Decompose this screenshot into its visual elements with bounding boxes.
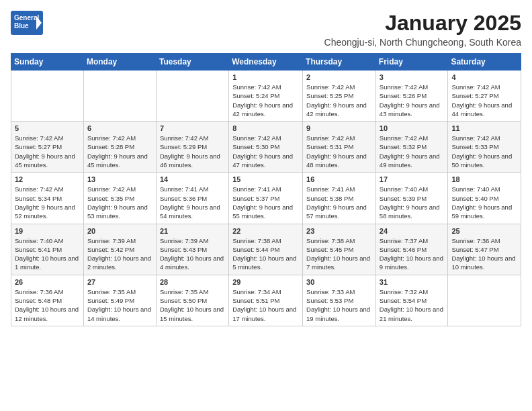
svg-text:Blue: Blue xyxy=(14,22,29,30)
calendar-cell: 8Sunrise: 7:42 AM Sunset: 5:30 PM Daylig… xyxy=(229,122,303,173)
calendar-cell: 9Sunrise: 7:42 AM Sunset: 5:31 PM Daylig… xyxy=(303,122,376,173)
day-number: 10 xyxy=(380,124,445,132)
calendar-cell: 12Sunrise: 7:42 AM Sunset: 5:34 PM Dayli… xyxy=(11,173,84,224)
calendar-cell: 31Sunrise: 7:32 AM Sunset: 5:54 PM Dayli… xyxy=(375,275,448,326)
calendar-cell: 27Sunrise: 7:35 AM Sunset: 5:49 PM Dayli… xyxy=(83,275,156,326)
day-info: Sunrise: 7:39 AM Sunset: 5:42 PM Dayligh… xyxy=(87,236,152,272)
day-info: Sunrise: 7:41 AM Sunset: 5:36 PM Dayligh… xyxy=(160,185,225,220)
day-info: Sunrise: 7:42 AM Sunset: 5:33 PM Dayligh… xyxy=(451,134,517,169)
day-info: Sunrise: 7:37 AM Sunset: 5:46 PM Dayligh… xyxy=(380,236,445,272)
column-header-friday: Friday xyxy=(375,54,448,71)
calendar-cell: 3Sunrise: 7:42 AM Sunset: 5:26 PM Daylig… xyxy=(375,71,448,122)
day-info: Sunrise: 7:39 AM Sunset: 5:43 PM Dayligh… xyxy=(160,236,225,272)
day-info: Sunrise: 7:41 AM Sunset: 5:38 PM Dayligh… xyxy=(306,185,372,220)
week-row-5: 26Sunrise: 7:36 AM Sunset: 5:48 PM Dayli… xyxy=(11,275,521,326)
day-number: 21 xyxy=(160,227,225,235)
day-info: Sunrise: 7:35 AM Sunset: 5:49 PM Dayligh… xyxy=(87,287,152,323)
calendar-cell: 7Sunrise: 7:42 AM Sunset: 5:29 PM Daylig… xyxy=(156,122,228,173)
day-number: 28 xyxy=(160,278,225,286)
day-number: 3 xyxy=(380,73,445,81)
day-number: 4 xyxy=(451,73,517,81)
calendar-cell: 6Sunrise: 7:42 AM Sunset: 5:28 PM Daylig… xyxy=(83,122,156,173)
day-number: 24 xyxy=(380,227,445,235)
day-info: Sunrise: 7:42 AM Sunset: 5:29 PM Dayligh… xyxy=(160,134,225,169)
day-info: Sunrise: 7:36 AM Sunset: 5:47 PM Dayligh… xyxy=(451,236,517,272)
column-header-wednesday: Wednesday xyxy=(229,54,303,71)
day-number: 8 xyxy=(232,124,299,132)
day-info: Sunrise: 7:42 AM Sunset: 5:26 PM Dayligh… xyxy=(380,83,445,118)
calendar-table: SundayMondayTuesdayWednesdayThursdayFrid… xyxy=(11,53,521,326)
calendar-cell: 23Sunrise: 7:38 AM Sunset: 5:45 PM Dayli… xyxy=(303,224,376,275)
day-info: Sunrise: 7:42 AM Sunset: 5:27 PM Dayligh… xyxy=(451,83,517,118)
day-number: 7 xyxy=(160,124,225,132)
day-number: 6 xyxy=(87,124,152,132)
calendar-cell xyxy=(83,71,156,122)
day-info: Sunrise: 7:33 AM Sunset: 5:53 PM Dayligh… xyxy=(306,287,372,323)
day-number: 17 xyxy=(380,175,445,183)
day-number: 5 xyxy=(15,124,80,132)
day-number: 18 xyxy=(451,175,517,183)
calendar-cell: 13Sunrise: 7:42 AM Sunset: 5:35 PM Dayli… xyxy=(83,173,156,224)
day-info: Sunrise: 7:40 AM Sunset: 5:39 PM Dayligh… xyxy=(380,185,445,220)
week-row-2: 5Sunrise: 7:42 AM Sunset: 5:27 PM Daylig… xyxy=(11,122,521,173)
day-info: Sunrise: 7:42 AM Sunset: 5:27 PM Dayligh… xyxy=(15,134,80,169)
day-number: 13 xyxy=(87,175,152,183)
day-info: Sunrise: 7:34 AM Sunset: 5:51 PM Dayligh… xyxy=(232,287,299,323)
svg-text:General: General xyxy=(14,14,39,21)
calendar-cell: 20Sunrise: 7:39 AM Sunset: 5:42 PM Dayli… xyxy=(83,224,156,275)
day-number: 25 xyxy=(451,227,517,235)
day-info: Sunrise: 7:40 AM Sunset: 5:41 PM Dayligh… xyxy=(15,236,80,272)
column-header-sunday: Sunday xyxy=(11,54,84,71)
calendar-cell: 16Sunrise: 7:41 AM Sunset: 5:38 PM Dayli… xyxy=(303,173,376,224)
day-number: 15 xyxy=(232,175,299,183)
day-number: 26 xyxy=(15,278,80,286)
week-row-4: 19Sunrise: 7:40 AM Sunset: 5:41 PM Dayli… xyxy=(11,224,521,275)
day-info: Sunrise: 7:42 AM Sunset: 5:34 PM Dayligh… xyxy=(15,185,80,220)
calendar-cell: 30Sunrise: 7:33 AM Sunset: 5:53 PM Dayli… xyxy=(303,275,376,326)
calendar-cell: 25Sunrise: 7:36 AM Sunset: 5:47 PM Dayli… xyxy=(448,224,521,275)
day-info: Sunrise: 7:42 AM Sunset: 5:28 PM Dayligh… xyxy=(87,134,152,169)
day-info: Sunrise: 7:41 AM Sunset: 5:37 PM Dayligh… xyxy=(232,185,299,220)
day-number: 16 xyxy=(306,175,372,183)
calendar-cell xyxy=(11,71,84,122)
calendar-cell: 11Sunrise: 7:42 AM Sunset: 5:33 PM Dayli… xyxy=(448,122,521,173)
logo: General Blue xyxy=(11,11,43,35)
calendar-cell: 1Sunrise: 7:42 AM Sunset: 5:24 PM Daylig… xyxy=(229,71,303,122)
calendar-cell xyxy=(448,275,521,326)
column-header-tuesday: Tuesday xyxy=(156,54,228,71)
calendar-cell: 5Sunrise: 7:42 AM Sunset: 5:27 PM Daylig… xyxy=(11,122,84,173)
day-info: Sunrise: 7:40 AM Sunset: 5:40 PM Dayligh… xyxy=(451,185,517,220)
day-number: 23 xyxy=(306,227,372,235)
day-number: 12 xyxy=(15,175,80,183)
calendar-cell: 19Sunrise: 7:40 AM Sunset: 5:41 PM Dayli… xyxy=(11,224,84,275)
day-number: 27 xyxy=(87,278,152,286)
calendar-cell: 2Sunrise: 7:42 AM Sunset: 5:25 PM Daylig… xyxy=(303,71,376,122)
day-info: Sunrise: 7:42 AM Sunset: 5:31 PM Dayligh… xyxy=(306,134,372,169)
calendar-header-row: SundayMondayTuesdayWednesdayThursdayFrid… xyxy=(11,54,521,71)
calendar-cell xyxy=(156,71,228,122)
week-row-3: 12Sunrise: 7:42 AM Sunset: 5:34 PM Dayli… xyxy=(11,173,521,224)
day-number: 29 xyxy=(232,278,299,286)
column-header-monday: Monday xyxy=(83,54,156,71)
day-info: Sunrise: 7:42 AM Sunset: 5:24 PM Dayligh… xyxy=(232,83,299,118)
page-subtitle: Cheongju-si, North Chungcheong, South Ko… xyxy=(324,37,521,48)
day-info: Sunrise: 7:35 AM Sunset: 5:50 PM Dayligh… xyxy=(160,287,225,323)
day-number: 14 xyxy=(160,175,225,183)
day-info: Sunrise: 7:36 AM Sunset: 5:48 PM Dayligh… xyxy=(15,287,80,323)
page-header: General Blue January 2025 Cheongju-si, N… xyxy=(11,11,521,48)
calendar-cell: 28Sunrise: 7:35 AM Sunset: 5:50 PM Dayli… xyxy=(156,275,228,326)
day-info: Sunrise: 7:42 AM Sunset: 5:30 PM Dayligh… xyxy=(232,134,299,169)
calendar-cell: 17Sunrise: 7:40 AM Sunset: 5:39 PM Dayli… xyxy=(375,173,448,224)
calendar-cell: 10Sunrise: 7:42 AM Sunset: 5:32 PM Dayli… xyxy=(375,122,448,173)
title-area: January 2025 Cheongju-si, North Chungche… xyxy=(324,11,521,48)
calendar-cell: 22Sunrise: 7:38 AM Sunset: 5:44 PM Dayli… xyxy=(229,224,303,275)
day-number: 30 xyxy=(306,278,372,286)
column-header-thursday: Thursday xyxy=(303,54,376,71)
day-info: Sunrise: 7:42 AM Sunset: 5:25 PM Dayligh… xyxy=(306,83,372,118)
week-row-1: 1Sunrise: 7:42 AM Sunset: 5:24 PM Daylig… xyxy=(11,71,521,122)
calendar-cell: 29Sunrise: 7:34 AM Sunset: 5:51 PM Dayli… xyxy=(229,275,303,326)
calendar-cell: 26Sunrise: 7:36 AM Sunset: 5:48 PM Dayli… xyxy=(11,275,84,326)
calendar-cell: 4Sunrise: 7:42 AM Sunset: 5:27 PM Daylig… xyxy=(448,71,521,122)
calendar-cell: 24Sunrise: 7:37 AM Sunset: 5:46 PM Dayli… xyxy=(375,224,448,275)
calendar-cell: 21Sunrise: 7:39 AM Sunset: 5:43 PM Dayli… xyxy=(156,224,228,275)
